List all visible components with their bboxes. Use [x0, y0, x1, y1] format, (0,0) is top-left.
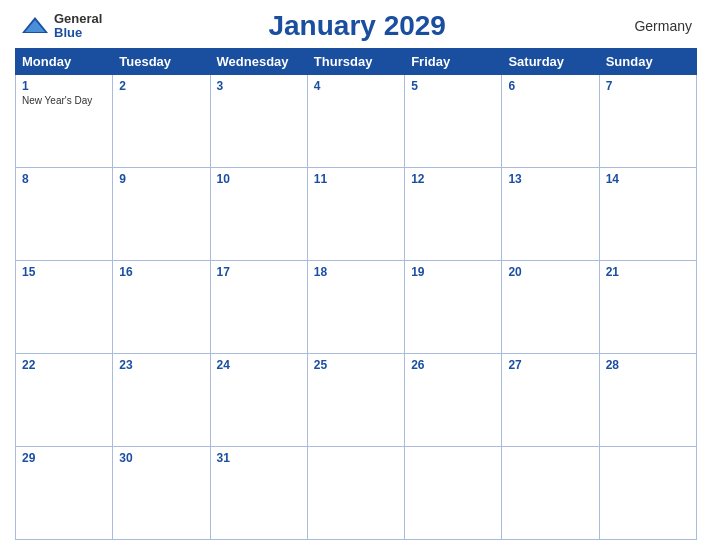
weekday-header-saturday: Saturday [502, 49, 599, 75]
calendar-cell: 11 [307, 168, 404, 261]
calendar-cell: 9 [113, 168, 210, 261]
calendar-cell: 13 [502, 168, 599, 261]
calendar-cell: 15 [16, 261, 113, 354]
weekday-header-friday: Friday [405, 49, 502, 75]
calendar-cell: 17 [210, 261, 307, 354]
calendar-cell: 4 [307, 75, 404, 168]
calendar-cell: 14 [599, 168, 696, 261]
day-number: 5 [411, 79, 495, 93]
day-number: 3 [217, 79, 301, 93]
calendar-cell: 24 [210, 354, 307, 447]
calendar-week-5: 293031 [16, 447, 697, 540]
calendar-cell: 3 [210, 75, 307, 168]
day-number: 19 [411, 265, 495, 279]
calendar-table: MondayTuesdayWednesdayThursdayFridaySatu… [15, 48, 697, 540]
calendar-cell: 19 [405, 261, 502, 354]
logo-general-text: General [54, 12, 102, 26]
day-number: 16 [119, 265, 203, 279]
weekday-header-sunday: Sunday [599, 49, 696, 75]
calendar-cell: 26 [405, 354, 502, 447]
calendar-cell: 5 [405, 75, 502, 168]
day-number: 26 [411, 358, 495, 372]
day-number: 10 [217, 172, 301, 186]
calendar-week-4: 22232425262728 [16, 354, 697, 447]
day-number: 29 [22, 451, 106, 465]
calendar-cell: 25 [307, 354, 404, 447]
day-number: 1 [22, 79, 106, 93]
weekday-header-row: MondayTuesdayWednesdayThursdayFridaySatu… [16, 49, 697, 75]
calendar-cell [307, 447, 404, 540]
logo-blue-text: Blue [54, 26, 102, 40]
calendar-cell: 12 [405, 168, 502, 261]
calendar-cell [599, 447, 696, 540]
calendar-cell: 6 [502, 75, 599, 168]
calendar-cell: 18 [307, 261, 404, 354]
day-number: 7 [606, 79, 690, 93]
day-number: 15 [22, 265, 106, 279]
day-number: 25 [314, 358, 398, 372]
generalblue-icon [20, 15, 50, 37]
calendar-title: January 2029 [102, 10, 612, 42]
day-number: 14 [606, 172, 690, 186]
calendar-week-2: 891011121314 [16, 168, 697, 261]
calendar-cell [405, 447, 502, 540]
day-number: 12 [411, 172, 495, 186]
calendar-cell [502, 447, 599, 540]
calendar-cell: 16 [113, 261, 210, 354]
day-number: 24 [217, 358, 301, 372]
day-number: 30 [119, 451, 203, 465]
day-number: 6 [508, 79, 592, 93]
calendar-cell: 2 [113, 75, 210, 168]
calendar-cell: 22 [16, 354, 113, 447]
header: General Blue January 2029 Germany [15, 10, 697, 42]
calendar-cell: 30 [113, 447, 210, 540]
calendar-cell: 23 [113, 354, 210, 447]
day-number: 13 [508, 172, 592, 186]
calendar-cell: 7 [599, 75, 696, 168]
calendar-cell: 20 [502, 261, 599, 354]
day-number: 23 [119, 358, 203, 372]
day-number: 11 [314, 172, 398, 186]
calendar-week-3: 15161718192021 [16, 261, 697, 354]
day-number: 9 [119, 172, 203, 186]
country-label: Germany [612, 18, 692, 34]
day-number: 27 [508, 358, 592, 372]
holiday-label: New Year's Day [22, 95, 106, 106]
day-number: 28 [606, 358, 690, 372]
calendar-week-1: 1New Year's Day234567 [16, 75, 697, 168]
day-number: 20 [508, 265, 592, 279]
calendar-cell: 10 [210, 168, 307, 261]
calendar-cell: 27 [502, 354, 599, 447]
calendar-cell: 21 [599, 261, 696, 354]
weekday-header-tuesday: Tuesday [113, 49, 210, 75]
weekday-header-thursday: Thursday [307, 49, 404, 75]
weekday-header-monday: Monday [16, 49, 113, 75]
calendar-cell: 28 [599, 354, 696, 447]
calendar-cell: 8 [16, 168, 113, 261]
calendar-cell: 1New Year's Day [16, 75, 113, 168]
weekday-header-wednesday: Wednesday [210, 49, 307, 75]
day-number: 21 [606, 265, 690, 279]
day-number: 22 [22, 358, 106, 372]
day-number: 18 [314, 265, 398, 279]
calendar-cell: 29 [16, 447, 113, 540]
calendar-cell: 31 [210, 447, 307, 540]
day-number: 31 [217, 451, 301, 465]
logo: General Blue [20, 12, 102, 41]
day-number: 4 [314, 79, 398, 93]
day-number: 2 [119, 79, 203, 93]
day-number: 17 [217, 265, 301, 279]
day-number: 8 [22, 172, 106, 186]
